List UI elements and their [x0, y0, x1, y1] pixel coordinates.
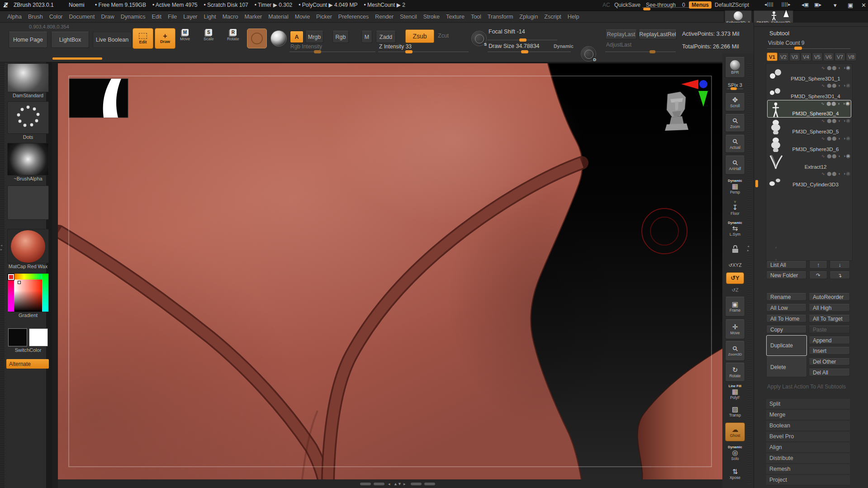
- live-boolean-button[interactable]: Live Boolean: [93, 32, 132, 48]
- move-to-folder-button[interactable]: ↷: [809, 271, 827, 279]
- divider-left-icon[interactable]: ◂||||: [764, 2, 773, 7]
- move-up-button[interactable]: ↑: [809, 261, 827, 269]
- menu-draw[interactable]: Draw: [101, 14, 114, 20]
- lock-pivot-button[interactable]: [725, 241, 745, 257]
- frame-button[interactable]: ▣ Frame: [725, 297, 745, 317]
- menu-stroke[interactable]: Stroke: [423, 14, 440, 20]
- move-button[interactable]: M Move: [180, 29, 190, 41]
- autoreorder-button[interactable]: AutoReorder: [809, 293, 850, 301]
- edit-button[interactable]: Edit: [133, 28, 153, 49]
- menu-help[interactable]: Help: [568, 14, 579, 20]
- color-swatch-black[interactable]: [8, 328, 27, 346]
- color-picker[interactable]: Gradient: [7, 273, 49, 318]
- alpha-a-button[interactable]: A: [290, 31, 304, 43]
- menu-macro[interactable]: Macro: [223, 14, 238, 20]
- copy-button[interactable]: Copy: [766, 326, 806, 333]
- subtool-row-selected[interactable]: ∿ ⬤⬤ ◐ ◑ ⁄ ◉ PM3D_Sphere3D_4: [767, 100, 851, 118]
- draw-button[interactable]: + Draw: [155, 28, 175, 49]
- rotate-z-button[interactable]: ↺Z: [725, 286, 745, 294]
- solo-button[interactable]: Dynamic ◎ Solo: [725, 444, 745, 462]
- alpha-selector[interactable]: ~BrushAlpha: [7, 143, 49, 181]
- align-section[interactable]: Align: [766, 442, 850, 453]
- depth-d-icon[interactable]: D: [581, 46, 596, 62]
- visibility-eye-icon[interactable]: ◉: [846, 171, 850, 176]
- zcut-button[interactable]: Zcut: [438, 33, 449, 39]
- z-intensity-knob[interactable]: [405, 50, 413, 53]
- all-to-home-button[interactable]: All To Home: [766, 315, 806, 322]
- actual-button[interactable]: ⚲ Actual: [725, 135, 745, 153]
- menu-material[interactable]: Material: [268, 14, 288, 20]
- tray-collapse-icon[interactable]: ◂▸: [0, 243, 2, 251]
- subtool-row[interactable]: ∿ ⬤⬤ ◐ ◑ ⁄ ◉ PM3D_Cylinder3D3: [767, 171, 851, 188]
- visibility-eye-icon[interactable]: ◉: [846, 65, 850, 71]
- bpr-button[interactable]: BPR: [725, 57, 745, 78]
- default-zscript-button[interactable]: DefaultZScript: [715, 2, 749, 8]
- material-selector[interactable]: MatCap Red Wax: [7, 229, 49, 269]
- menus-button[interactable]: Menus: [689, 1, 711, 9]
- remesh-section[interactable]: Remesh: [766, 464, 850, 474]
- ac-button[interactable]: AC: [602, 2, 610, 8]
- sv-square[interactable]: [14, 280, 42, 312]
- rgb-intensity-slider[interactable]: [289, 52, 375, 52]
- zoom-button[interactable]: ⚲ Zoom: [725, 114, 745, 132]
- pane-left-icon[interactable]: ◂▣: [802, 2, 809, 8]
- left-tray-divider[interactable]: ◂▸: [0, 62, 5, 488]
- sculpt-canvas[interactable]: [58, 63, 722, 479]
- menu-alpha[interactable]: Alpha: [7, 14, 22, 20]
- polyframe-button[interactable]: Line Fill ▦ PolyF: [725, 384, 745, 401]
- menu-render[interactable]: Render: [375, 14, 394, 20]
- scroll-updown-icon[interactable]: ▲▼: [394, 482, 402, 486]
- visibility-eye-icon[interactable]: ◉: [846, 153, 850, 159]
- move-canvas-button[interactable]: ✛ Move: [725, 319, 745, 339]
- list-all-button[interactable]: List All: [766, 261, 806, 269]
- switch-color[interactable]: SwitchColor: [7, 328, 49, 353]
- current-material-sphere[interactable]: [270, 30, 287, 47]
- tab-v1[interactable]: V1: [767, 52, 778, 61]
- home-page-button[interactable]: Home Page: [9, 32, 47, 48]
- rgb-intensity-knob[interactable]: [314, 50, 321, 53]
- brush-selector[interactable]: DamStandard: [7, 63, 49, 98]
- menu-file[interactable]: File: [168, 14, 177, 20]
- axis-z-icon[interactable]: [699, 80, 707, 88]
- visibility-eye-icon[interactable]: ◉: [846, 135, 850, 141]
- del-other-button[interactable]: Del Other: [809, 358, 850, 365]
- stroke-s-icon[interactable]: S: [471, 31, 487, 46]
- menu-dynamics[interactable]: Dynamics: [121, 14, 146, 20]
- menu-picker[interactable]: Picker: [316, 14, 332, 20]
- menu-tool[interactable]: Tool: [471, 14, 481, 20]
- scroll-button[interactable]: ✥ Scroll: [725, 93, 745, 111]
- menu-transform[interactable]: Transform: [488, 14, 513, 20]
- dynamic-label[interactable]: Dynamic: [554, 43, 574, 49]
- paste-button[interactable]: Paste: [809, 326, 850, 333]
- zadd-button[interactable]: Zadd: [376, 31, 396, 43]
- xpose-button[interactable]: ⇅ Xpose: [725, 465, 745, 483]
- menu-zplugin[interactable]: Zplugin: [519, 14, 538, 20]
- tab-v8[interactable]: V8: [846, 52, 857, 61]
- texture-selector[interactable]: [7, 185, 49, 220]
- all-to-target-button[interactable]: All To Target: [809, 315, 850, 322]
- floor-button[interactable]: Y ↧ Floor: [725, 199, 745, 217]
- rotate-xyz-button[interactable]: ↺XYZ: [725, 261, 745, 270]
- menu-preferences[interactable]: Preferences: [338, 14, 369, 20]
- m-button[interactable]: M: [361, 31, 372, 43]
- rotate-button[interactable]: R Rotate: [227, 29, 239, 41]
- menu-marker[interactable]: Marker: [244, 14, 262, 20]
- replay-last-rel-button[interactable]: ReplayLastRel: [639, 29, 677, 39]
- shelf-scroll-arrows-icon[interactable]: ◂▸: [747, 244, 749, 252]
- insert-button[interactable]: Insert: [809, 347, 850, 355]
- visible-count-knob[interactable]: [794, 47, 802, 50]
- tab-v6[interactable]: V6: [823, 52, 834, 61]
- boolean-section[interactable]: Boolean: [766, 421, 850, 431]
- minimize-icon[interactable]: ▾: [834, 2, 837, 9]
- transp-button[interactable]: ▨ Transp: [725, 403, 745, 420]
- shelf-scrollbar[interactable]: ◂▸: [747, 63, 752, 484]
- stroke-selector[interactable]: Dots: [7, 101, 49, 140]
- alternate-button[interactable]: Alternate: [6, 359, 49, 369]
- lightbox-button[interactable]: LightBox: [51, 32, 89, 48]
- split-section[interactable]: Split: [766, 399, 850, 409]
- scroll-handle[interactable]: [424, 483, 435, 485]
- menu-layer[interactable]: Layer: [183, 14, 197, 20]
- bevel-pro-section[interactable]: Bevel Pro: [766, 431, 850, 442]
- tab-v4[interactable]: V4: [801, 52, 811, 61]
- append-button[interactable]: Append: [809, 336, 850, 344]
